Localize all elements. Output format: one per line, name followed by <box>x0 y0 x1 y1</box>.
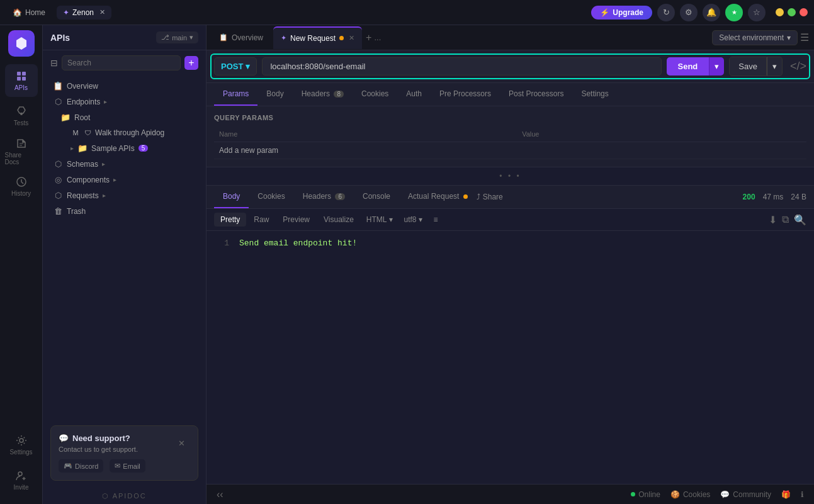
overview-tab[interactable]: 📋 Overview <box>212 26 271 49</box>
cookies-status[interactable]: 🍪 Cookies <box>670 490 710 499</box>
refresh-button[interactable]: ↻ <box>657 4 675 21</box>
maximize-button[interactable] <box>788 8 796 16</box>
upgrade-button[interactable]: ⚡ Upgrade <box>591 6 652 20</box>
resp-tab-headers[interactable]: Headers 6 <box>294 186 354 208</box>
download-icon[interactable]: ⬇ <box>769 214 777 226</box>
nav-item-schemas[interactable]: ⬡ Schemas ▸ <box>43 156 206 172</box>
nav-item-trash[interactable]: 🗑 Trash <box>43 203 206 219</box>
send-dropdown-button[interactable]: ▾ <box>709 57 724 76</box>
search-response-icon[interactable]: 🔍 <box>794 214 806 226</box>
support-links: 🎮 Discord ✉ Email <box>59 459 190 473</box>
code-snippet-icon[interactable]: </> <box>790 60 806 73</box>
online-status[interactable]: Online <box>631 490 660 499</box>
close-button[interactable] <box>800 8 808 16</box>
discord-link[interactable]: 🎮 Discord <box>59 459 103 473</box>
avatar-button[interactable]: ★ <box>725 4 743 21</box>
search-input[interactable] <box>62 55 181 70</box>
tab-more-button[interactable]: ... <box>374 33 381 42</box>
zenon-tab-label: Zenon <box>72 8 94 17</box>
url-input[interactable] <box>262 57 661 76</box>
icon-sidebar: APIs Tests Share Docs History <box>0 25 43 504</box>
add-param-cell[interactable]: Add a new param <box>214 142 806 159</box>
add-param-row[interactable]: Add a new param <box>214 142 806 159</box>
send-button[interactable]: Send <box>667 57 709 76</box>
sidebar-item-settings[interactable]: Settings <box>5 428 38 461</box>
fmt-tab-visualize[interactable]: Visualize <box>317 213 360 227</box>
tab-close-icon[interactable]: ✕ <box>349 34 354 42</box>
pre-processors-tab-label: Pre Processors <box>439 89 491 98</box>
panel-menu-icon[interactable]: ☰ <box>800 31 809 43</box>
info-icon[interactable]: ℹ <box>801 490 804 499</box>
fmt-tab-pretty[interactable]: Pretty <box>214 213 246 227</box>
nav-item-sample-apis[interactable]: ▸ 📁 Sample APIs 5 <box>43 140 206 156</box>
fmt-tab-preview[interactable]: Preview <box>276 213 316 227</box>
req-tab-cookies[interactable]: Cookies <box>353 83 397 106</box>
cookies-tab-label: Cookies <box>361 89 388 98</box>
save-button[interactable]: Save <box>729 57 767 76</box>
settings-gear-button[interactable]: ⚙ <box>680 4 698 21</box>
resp-tab-body[interactable]: Body <box>214 186 249 208</box>
sidebar-item-tests[interactable]: Tests <box>5 99 38 132</box>
request-tabs: Params Body Headers 8 Cookies Auth Pre P… <box>206 83 814 106</box>
tab-bar: 📋 Overview ✦ New Request ✕ + ... Select … <box>206 25 814 50</box>
upgrade-label: Upgrade <box>613 8 643 17</box>
copy-icon[interactable]: ⧉ <box>782 214 789 225</box>
gift-icon[interactable]: 🎁 <box>781 490 791 499</box>
environment-selector[interactable]: Select environment ▾ <box>712 30 798 45</box>
resp-tab-actual-request[interactable]: Actual Request <box>399 186 477 208</box>
req-tab-headers[interactable]: Headers 8 <box>293 83 353 106</box>
visualize-label: Visualize <box>324 215 354 224</box>
nav-item-components[interactable]: ◎ Components ▸ <box>43 172 206 188</box>
add-tab-button[interactable]: + <box>366 32 371 43</box>
req-tab-pre-processors[interactable]: Pre Processors <box>431 83 500 106</box>
nav-item-endpoints[interactable]: ⬡ Endpoints ▸ <box>43 94 206 109</box>
sidebar-item-share-docs[interactable]: Share Docs <box>5 135 38 167</box>
zenon-tab-close[interactable]: ✕ <box>99 8 105 16</box>
format-select[interactable]: HTML ▾ <box>361 213 398 227</box>
req-tab-params[interactable]: Params <box>214 83 257 106</box>
support-icon: 💬 <box>59 434 69 443</box>
sidebar-item-invite[interactable]: Invite <box>5 464 38 496</box>
req-tab-post-processors[interactable]: Post Processors <box>500 83 572 106</box>
nav-item-overview[interactable]: 📋 Overview <box>43 78 206 94</box>
wrap-button[interactable]: ≡ <box>429 213 443 227</box>
panel-divider[interactable]: • • • <box>206 167 814 186</box>
encoding-select[interactable]: utf8 ▾ <box>399 213 427 227</box>
community-status[interactable]: 💬 Community <box>720 490 771 499</box>
nav-back-button[interactable]: ‹‹ <box>217 489 223 500</box>
zenon-tab[interactable]: ✦ Zenon ✕ <box>57 6 111 20</box>
fmt-tab-raw[interactable]: Raw <box>247 213 275 227</box>
nav-requests-label: Requests <box>67 191 99 200</box>
new-request-tab[interactable]: ✦ New Request ✕ <box>273 26 362 49</box>
branch-selector[interactable]: ⎇ main ▾ <box>156 31 198 43</box>
svg-rect-3 <box>22 77 26 81</box>
req-tab-body[interactable]: Body <box>257 83 292 106</box>
resp-tab-console[interactable]: Console <box>354 186 399 208</box>
share-button[interactable]: ⤴ Share <box>477 193 503 201</box>
resp-tab-cookies[interactable]: Cookies <box>249 186 293 208</box>
nav-walk-label: 🛡 <box>84 129 91 137</box>
add-endpoint-button[interactable]: + <box>184 56 198 70</box>
support-close-button[interactable]: ✕ <box>178 439 185 448</box>
minimize-button[interactable] <box>776 8 784 16</box>
encoding-chevron-icon: ▾ <box>419 215 422 224</box>
filter-icon[interactable]: ⊟ <box>50 58 58 68</box>
svg-rect-2 <box>17 77 21 81</box>
method-select[interactable]: POST ▾ <box>214 57 257 76</box>
resp-body-label: Body <box>223 192 240 201</box>
svg-point-6 <box>20 439 23 442</box>
nav-item-root[interactable]: 📁 Root <box>43 109 206 125</box>
nav-item-walk-through[interactable]: M 🛡 Walk through Apidog <box>43 125 206 140</box>
bookmark-button[interactable]: ☆ <box>748 4 766 21</box>
line-number-1: 1 <box>217 238 229 248</box>
req-tab-settings[interactable]: Settings <box>572 83 617 106</box>
sidebar-item-history[interactable]: History <box>5 170 38 203</box>
req-tab-auth[interactable]: Auth <box>397 83 431 106</box>
home-icon: 🏠 <box>13 8 22 17</box>
nav-item-requests[interactable]: ⬡ Requests ▸ <box>43 188 206 203</box>
notifications-button[interactable]: 🔔 <box>703 4 720 21</box>
home-tab[interactable]: 🏠 Home <box>6 6 52 20</box>
sidebar-item-apis[interactable]: APIs <box>5 64 38 97</box>
email-link[interactable]: ✉ Email <box>110 459 145 473</box>
save-dropdown-button[interactable]: ▾ <box>767 57 783 76</box>
